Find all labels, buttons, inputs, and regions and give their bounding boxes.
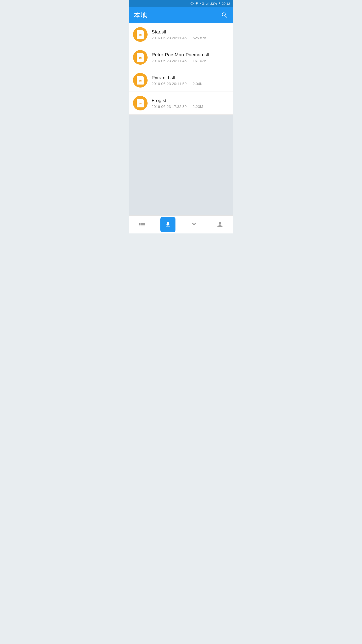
- file-list: stl Star.stl 2016-06-23 20:11:45 525.87K…: [129, 23, 233, 115]
- search-button[interactable]: [221, 12, 228, 19]
- stl-file-icon-2: stl: [137, 76, 144, 85]
- app-title: 本地: [134, 11, 147, 20]
- network-type: 4G: [200, 2, 204, 6]
- status-icons: 4G 33% 20:12: [190, 2, 230, 6]
- battery-level: 33%: [210, 2, 217, 6]
- file-info-1: Retro-Pac-Man-Pacman.stl 2016-06-23 20:1…: [152, 52, 229, 63]
- status-bar: 4G 33% 20:12: [129, 0, 233, 7]
- stl-file-icon-0: stl: [137, 30, 144, 39]
- file-item-2[interactable]: stl Pyramid.stl 2016-06-23 20:11:59 2.04…: [129, 69, 233, 92]
- file-date-2: 2016-06-23 20:11:59: [152, 82, 187, 86]
- file-icon-0: stl: [133, 27, 148, 42]
- file-date-3: 2016-06-23 17:32:39: [152, 104, 187, 109]
- file-size-2: 2.04K: [193, 82, 202, 86]
- file-meta-1: 2016-06-23 20:11:46 161.02K: [152, 59, 229, 63]
- file-item-1[interactable]: stl Retro-Pac-Man-Pacman.stl 2016-06-23 …: [129, 46, 233, 69]
- file-name-1: Retro-Pac-Man-Pacman.stl: [152, 52, 229, 58]
- file-meta-2: 2016-06-23 20:11:59 2.04K: [152, 82, 229, 86]
- bottom-navigation: [129, 215, 233, 233]
- alarm-icon: [190, 2, 194, 5]
- profile-nav-icon: [216, 221, 224, 228]
- file-item-3[interactable]: stl Frog.stl 2016-06-23 17:32:39 2.23M: [129, 92, 233, 115]
- charging-icon: [218, 2, 220, 5]
- empty-area: [129, 115, 233, 215]
- time-display: 20:12: [222, 2, 230, 6]
- nav-item-wireless[interactable]: [187, 217, 202, 232]
- download-nav-icon: [164, 221, 172, 228]
- file-info-0: Star.stl 2016-06-23 20:11:45 525.87K: [152, 29, 229, 40]
- file-meta-0: 2016-06-23 20:11:45 525.87K: [152, 36, 229, 40]
- nav-item-profile[interactable]: [212, 217, 228, 232]
- signal-icon: [205, 2, 209, 5]
- file-item-0[interactable]: stl Star.stl 2016-06-23 20:11:45 525.87K: [129, 23, 233, 46]
- app-bar: 本地: [129, 7, 233, 23]
- file-icon-1: stl: [133, 50, 148, 65]
- file-name-2: Pyramid.stl: [152, 75, 229, 80]
- file-info-2: Pyramid.stl 2016-06-23 20:11:59 2.04K: [152, 75, 229, 86]
- file-size-1: 161.02K: [193, 59, 207, 63]
- file-name-3: Frog.stl: [152, 98, 229, 103]
- nav-item-list[interactable]: [134, 217, 150, 232]
- file-name-0: Star.stl: [152, 29, 229, 35]
- stl-file-icon-1: stl: [137, 53, 144, 62]
- nav-item-download[interactable]: [160, 217, 175, 232]
- wireless-nav-icon: [190, 221, 198, 228]
- file-size-0: 525.87K: [193, 36, 207, 40]
- wifi-status-icon: [195, 2, 199, 5]
- file-date-1: 2016-06-23 20:11:46: [152, 59, 187, 63]
- stl-file-icon-3: stl: [137, 99, 144, 107]
- list-nav-icon: [138, 221, 146, 228]
- file-size-3: 2.23M: [193, 104, 203, 109]
- file-date-0: 2016-06-23 20:11:45: [152, 36, 187, 40]
- file-info-3: Frog.stl 2016-06-23 17:32:39 2.23M: [152, 98, 229, 109]
- file-icon-2: stl: [133, 73, 148, 88]
- file-icon-3: stl: [133, 96, 148, 110]
- file-meta-3: 2016-06-23 17:32:39 2.23M: [152, 104, 229, 109]
